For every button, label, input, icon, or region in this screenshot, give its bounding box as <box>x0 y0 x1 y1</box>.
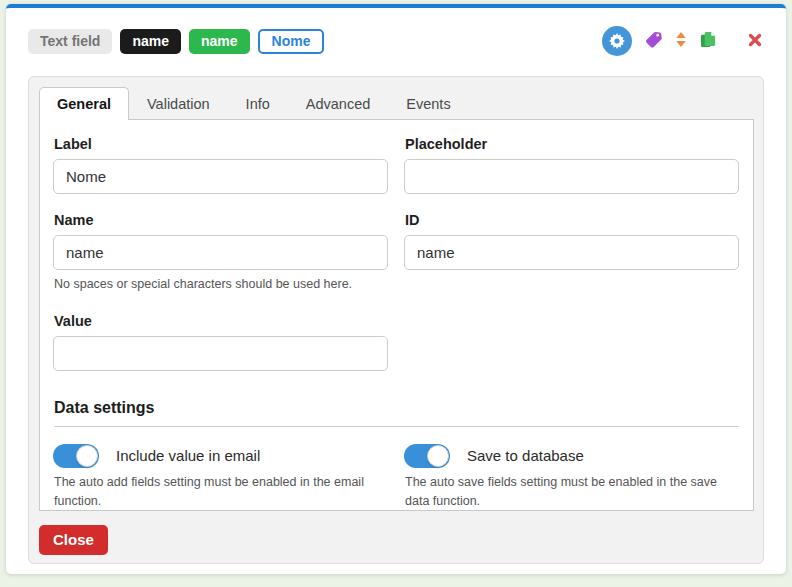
tab-general[interactable]: General <box>39 87 129 120</box>
toggle-knob <box>427 445 449 467</box>
close-button[interactable]: Close <box>39 525 108 555</box>
settings-button[interactable] <box>602 26 632 56</box>
tab-info[interactable]: Info <box>228 87 288 120</box>
field-name-badge-green: name <box>189 29 250 54</box>
tag-icon <box>645 31 662 51</box>
field-settings-modal: Text field name name Nome <box>6 4 786 574</box>
tab-advanced[interactable]: Advanced <box>288 87 389 120</box>
data-settings-heading: Data settings <box>54 399 739 427</box>
field-name-badge: name <box>120 29 181 54</box>
field-badges: Text field name name Nome <box>28 29 324 54</box>
field-type-badge: Text field <box>28 29 112 54</box>
name-help-text: No spaces or special characters should b… <box>54 275 388 294</box>
save-to-database-toggle[interactable] <box>404 444 450 468</box>
save-to-database-help: The auto save fields setting must be ena… <box>405 473 739 511</box>
id-field-label: ID <box>405 212 739 228</box>
save-to-database-label: Save to database <box>467 447 584 464</box>
include-value-in-email-help: The auto add fields setting must be enab… <box>54 473 388 511</box>
tab-bar: General Validation Info Advanced Events <box>39 87 754 120</box>
tag-button[interactable] <box>645 31 662 51</box>
delete-x-icon <box>748 33 762 50</box>
value-input[interactable] <box>53 336 388 371</box>
gear-icon <box>602 26 632 56</box>
duplicate-icon <box>700 31 717 51</box>
field-label-badge: Nome <box>258 29 325 54</box>
tab-events[interactable]: Events <box>388 87 468 120</box>
tab-panel-general: Label Placeholder Name No spaces or spec… <box>39 120 754 511</box>
modal-header: Text field name name Nome <box>6 8 786 56</box>
label-input[interactable] <box>53 159 388 194</box>
include-value-in-email-toggle[interactable] <box>53 444 99 468</box>
tab-validation[interactable]: Validation <box>129 87 228 120</box>
settings-panel: General Validation Info Advanced Events … <box>28 76 764 564</box>
label-field-label: Label <box>54 136 388 152</box>
toggle-knob <box>76 445 98 467</box>
include-value-in-email-label: Include value in email <box>116 447 260 464</box>
name-input[interactable] <box>53 235 388 270</box>
placeholder-input[interactable] <box>404 159 739 194</box>
duplicate-button[interactable] <box>700 31 717 51</box>
header-actions <box>602 26 762 56</box>
move-button[interactable] <box>675 32 687 50</box>
move-vertical-icon <box>675 32 687 50</box>
placeholder-field-label: Placeholder <box>405 136 739 152</box>
id-input[interactable] <box>404 235 739 270</box>
name-field-label: Name <box>54 212 388 228</box>
delete-button[interactable] <box>748 33 762 50</box>
value-field-label: Value <box>54 313 388 329</box>
